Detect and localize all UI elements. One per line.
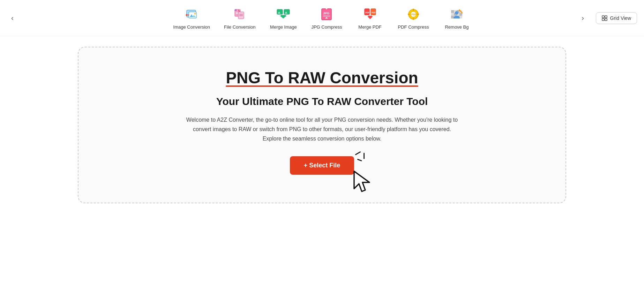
svg-rect-36 bbox=[459, 13, 462, 16]
remove-bg-icon bbox=[449, 6, 465, 22]
svg-rect-9 bbox=[238, 12, 244, 19]
svg-rect-45 bbox=[605, 18, 607, 21]
svg-rect-43 bbox=[605, 16, 607, 18]
sub-title: Your Ultimate PNG To RAW Converter Tool bbox=[216, 96, 428, 107]
select-file-wrapper: + Select File bbox=[290, 156, 354, 175]
grid-view-button[interactable]: Grid View bbox=[596, 12, 637, 24]
nav-item-file-conversion[interactable]: File Conversion bbox=[224, 6, 255, 30]
click-sparkle bbox=[355, 153, 361, 163]
svg-rect-33 bbox=[451, 10, 454, 13]
svg-point-4 bbox=[194, 13, 196, 15]
nav-item-image-conversion-label: Image Conversion bbox=[173, 24, 210, 30]
description-text: Welcome to A2Z Converter, the go-to onli… bbox=[186, 115, 458, 144]
grid-view-label: Grid View bbox=[610, 15, 631, 21]
image-conversion-icon bbox=[184, 6, 200, 22]
file-conversion-icon bbox=[232, 6, 248, 22]
nav-item-pdf-compress-label: PDF Compress bbox=[398, 24, 429, 30]
conversion-card: PNG To RAW Conversion Your Ultimate PNG … bbox=[78, 47, 566, 203]
nav-items-container: Image Conversion File Con bbox=[173, 6, 471, 30]
main-content: PNG To RAW Conversion Your Ultimate PNG … bbox=[43, 36, 601, 214]
svg-rect-44 bbox=[602, 18, 604, 21]
nav-item-image-conversion[interactable]: Image Conversion bbox=[173, 6, 210, 30]
svg-marker-46 bbox=[354, 171, 369, 191]
svg-rect-30 bbox=[417, 14, 419, 15]
svg-point-39 bbox=[455, 11, 458, 15]
nav-item-pdf-compress[interactable]: PDF PDF Compress bbox=[398, 6, 429, 30]
svg-rect-27 bbox=[413, 9, 414, 11]
nav-item-merge-image-label: Merge Image bbox=[270, 24, 297, 30]
svg-text:PDF: PDF bbox=[372, 12, 376, 14]
nav-item-jpg-compress[interactable]: JPG JPG Compress bbox=[311, 6, 342, 30]
nav-item-file-conversion-label: File Conversion bbox=[224, 24, 255, 30]
svg-rect-28 bbox=[413, 18, 414, 20]
merge-image-icon bbox=[275, 6, 291, 22]
svg-rect-37 bbox=[451, 16, 454, 18]
select-file-button[interactable]: + Select File bbox=[290, 156, 354, 175]
nav-arrow-right[interactable]: › bbox=[577, 11, 588, 25]
svg-rect-42 bbox=[602, 16, 604, 18]
svg-rect-29 bbox=[408, 14, 410, 15]
nav-item-merge-pdf[interactable]: PDF PDF Merge PDF bbox=[356, 6, 384, 30]
nav-item-jpg-compress-label: JPG Compress bbox=[311, 24, 342, 30]
cursor-icon bbox=[351, 168, 379, 196]
nav-item-remove-bg[interactable]: Remove Bg bbox=[443, 6, 471, 30]
jpg-compress-icon: JPG bbox=[319, 6, 335, 22]
nav-item-remove-bg-label: Remove Bg bbox=[445, 24, 469, 30]
top-navigation: ‹ Image Conversion bbox=[0, 0, 644, 36]
grid-icon bbox=[602, 15, 607, 21]
nav-arrow-left[interactable]: ‹ bbox=[7, 11, 18, 25]
svg-text:JPG: JPG bbox=[323, 12, 329, 15]
merge-pdf-icon: PDF PDF bbox=[362, 6, 378, 22]
nav-item-merge-pdf-label: Merge PDF bbox=[358, 24, 381, 30]
nav-item-merge-image[interactable]: Merge Image bbox=[269, 6, 297, 30]
pdf-compress-icon: PDF bbox=[405, 6, 421, 22]
main-title: PNG To RAW Conversion bbox=[226, 68, 418, 87]
svg-text:PDF: PDF bbox=[411, 13, 417, 16]
svg-point-41 bbox=[459, 9, 460, 11]
svg-text:PDF: PDF bbox=[365, 12, 369, 14]
